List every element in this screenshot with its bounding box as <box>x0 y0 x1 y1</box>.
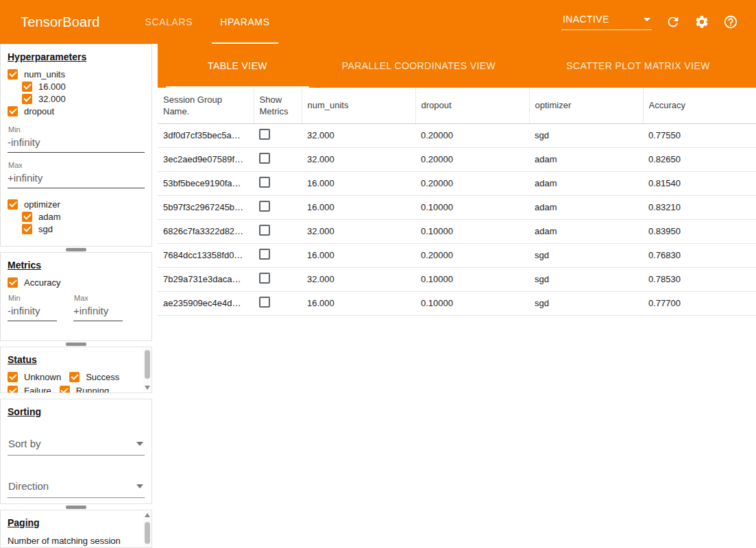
dropout-cell: 0.20000 <box>415 147 529 171</box>
show-metrics-cell <box>254 267 302 291</box>
accuracy-cell: 0.83950 <box>643 219 756 243</box>
status-option-failure[interactable]: Failure <box>8 384 51 393</box>
hparam-value-label: 32.000 <box>38 94 66 104</box>
col-optimizer[interactable]: optimizer <box>529 88 643 123</box>
tab-table-view[interactable]: TABLE VIEW <box>158 44 317 88</box>
hparam-optimizer-value-adam[interactable]: adam <box>8 210 145 223</box>
metric-min-input[interactable] <box>8 302 57 321</box>
metrics-heading: Metrics <box>8 260 145 271</box>
show-metrics-checkbox[interactable] <box>259 129 270 140</box>
status-option-success[interactable]: Success <box>69 371 119 383</box>
dropout-cell: 0.10000 <box>415 291 529 315</box>
num-units-cell: 32.000 <box>302 267 415 291</box>
hparam-optimizer[interactable]: optimizer <box>8 198 145 210</box>
tab-scalars[interactable]: SCALARS <box>132 0 207 44</box>
session-group-name-cell: ae235909ec4e4d… <box>158 291 254 315</box>
sort-by-dropdown[interactable]: Sort by <box>8 435 145 456</box>
status-option-label: Unknown <box>24 372 61 382</box>
hparam-optimizer-value-sgd[interactable]: sgd <box>8 223 145 235</box>
hparam-label: dropout <box>24 106 54 116</box>
scrollbar-thumb[interactable] <box>145 522 150 544</box>
show-metrics-checkbox[interactable] <box>259 249 270 260</box>
sort-by-value: Sort by <box>8 438 41 449</box>
direction-dropdown[interactable]: Direction <box>8 477 145 498</box>
help-icon[interactable] <box>723 14 738 29</box>
num-units-cell: 16.000 <box>302 195 415 219</box>
toolbar-actions: INACTIVE <box>561 14 738 30</box>
checkbox-checked-icon[interactable] <box>22 224 32 234</box>
checkbox-checked-icon[interactable] <box>8 386 18 394</box>
paging-panel-scrollbar[interactable] <box>143 511 151 547</box>
session-group-name-cell: 53bf5bece9190fa… <box>158 171 254 195</box>
session-group-name-cell: 3ec2aed9e07589f… <box>158 147 254 171</box>
status-option-label: Success <box>86 372 119 382</box>
col-dropout[interactable]: dropout <box>415 88 529 123</box>
col-session-group-name[interactable]: Session Group Name. <box>158 88 254 123</box>
hparam-num-units-value-32[interactable]: 32.000 <box>8 92 145 105</box>
show-metrics-checkbox[interactable] <box>259 273 270 284</box>
checkbox-checked-icon[interactable] <box>69 372 80 382</box>
show-metrics-checkbox[interactable] <box>259 153 270 164</box>
checkbox-checked-icon[interactable] <box>8 277 18 288</box>
show-metrics-checkbox[interactable] <box>259 225 270 236</box>
checkbox-checked-icon[interactable] <box>22 212 32 222</box>
num-units-cell: 16.000 <box>302 243 415 267</box>
dropout-cell: 0.10000 <box>415 219 529 243</box>
hparam-dropout[interactable]: dropout <box>8 105 145 117</box>
dropout-min-input[interactable] <box>8 134 145 153</box>
panel-resize-handle[interactable] <box>66 342 86 346</box>
checkbox-checked-icon[interactable] <box>22 94 32 104</box>
checkbox-checked-icon[interactable] <box>8 372 18 382</box>
checkbox-checked-icon[interactable] <box>60 386 70 394</box>
settings-gear-icon[interactable] <box>694 14 709 29</box>
tab-hparams[interactable]: HPARAMS <box>206 0 283 44</box>
optimizer-cell: sgd <box>529 243 643 267</box>
hparam-label: num_units <box>24 69 65 79</box>
status-option-unknown[interactable]: Unknown <box>8 371 61 383</box>
scrollbar-thumb[interactable] <box>145 350 150 379</box>
hparam-num-units[interactable]: num_units <box>8 68 145 80</box>
num-units-cell: 32.000 <box>302 123 415 147</box>
optimizer-cell: sgd <box>529 267 643 291</box>
tab-parallel-coordinates-view[interactable]: PARALLEL COORDINATES VIEW <box>317 44 520 88</box>
col-num-units[interactable]: num_units <box>302 88 415 123</box>
chevron-down-icon <box>136 442 143 446</box>
show-metrics-cell <box>254 291 302 315</box>
show-metrics-checkbox[interactable] <box>259 297 270 308</box>
col-accuracy[interactable]: Accuracy <box>643 88 756 123</box>
session-group-row: 53bf5bece9190fa…16.0000.20000adam0.81540 <box>158 171 756 195</box>
show-metrics-checkbox[interactable] <box>259 177 270 188</box>
metric-minmax-row: Min Max <box>8 288 145 321</box>
status-option-running[interactable]: Running <box>60 384 109 393</box>
hparam-num-units-value-16[interactable]: 16.000 <box>8 80 145 92</box>
sidebar: Hyperparameters num_units 16.000 32.000 … <box>0 44 152 548</box>
status-panel-scrollbar[interactable] <box>143 348 151 392</box>
scroll-down-arrow-icon[interactable] <box>145 386 150 390</box>
reload-status-dropdown[interactable]: INACTIVE <box>561 14 652 30</box>
tab-scatter-plot-matrix-view[interactable]: SCATTER PLOT MATRIX VIEW <box>520 44 756 88</box>
refresh-icon[interactable] <box>666 14 681 29</box>
metric-accuracy[interactable]: Accuracy <box>8 276 145 288</box>
session-group-name-cell: 3df0d7cf35bec5a… <box>158 123 254 147</box>
session-group-row: ae235909ec4e4d…16.0000.10000sgd0.77700 <box>158 291 756 315</box>
session-group-row: 7b29a731e3daca…32.0000.10000sgd0.78530 <box>158 267 756 291</box>
panel-resize-handle[interactable] <box>66 248 86 251</box>
dropout-cell: 0.20000 <box>415 123 529 147</box>
matching-session-groups-count: Number of matching session groups: 8 <box>8 535 132 548</box>
checkbox-checked-icon[interactable] <box>8 106 18 116</box>
accuracy-cell: 0.76830 <box>643 243 756 267</box>
dropout-max-input[interactable] <box>8 169 145 188</box>
panel-resize-handle[interactable] <box>66 506 86 509</box>
col-show-metrics[interactable]: Show Metrics <box>254 88 302 123</box>
checkbox-checked-icon[interactable] <box>8 199 18 210</box>
sorting-heading: Sorting <box>8 406 145 417</box>
accuracy-cell: 0.81540 <box>643 171 756 195</box>
plugin-tabs: SCALARS HPARAMS <box>132 0 284 44</box>
checkbox-checked-icon[interactable] <box>8 69 18 79</box>
checkbox-checked-icon[interactable] <box>22 82 32 92</box>
scroll-up-arrow-icon[interactable] <box>145 513 150 517</box>
view-tabs: TABLE VIEW PARALLEL COORDINATES VIEW SCA… <box>158 44 756 88</box>
show-metrics-checkbox[interactable] <box>259 201 270 212</box>
hparam-value-label: adam <box>38 212 61 222</box>
metric-max-input[interactable] <box>73 302 123 321</box>
